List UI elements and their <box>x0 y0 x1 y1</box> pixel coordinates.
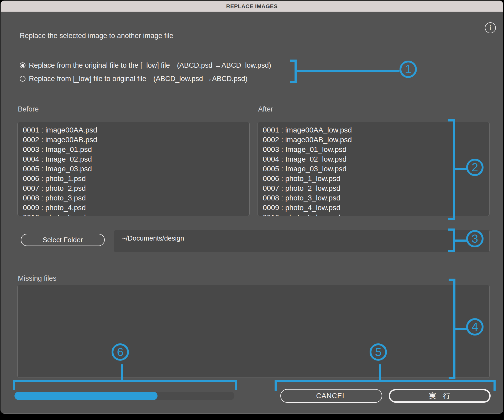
list-item[interactable]: 0003 : Image_01.psd <box>18 145 249 154</box>
list-item[interactable]: 0008 : photo_3.psd <box>18 193 249 203</box>
select-folder-button[interactable]: Select Folder <box>21 234 105 246</box>
radio-option-example: (ABCD.psd →ABCD_low.psd) <box>177 61 271 70</box>
list-item[interactable]: 0002 : image00AB.psd <box>18 135 249 145</box>
title-bar: REPLACE IMAGES <box>1 1 503 12</box>
folder-path-field[interactable]: ~/Documents/design <box>114 230 490 252</box>
radio-option-low-to-original[interactable]: Replace from [_low] file to original fil… <box>20 75 271 83</box>
list-item[interactable]: 0005 : Image_03.psd <box>18 164 249 174</box>
after-file-list[interactable]: 0001 : image00AA_low.psd0002 : image00AB… <box>257 122 490 216</box>
info-icon[interactable]: i <box>485 22 496 33</box>
folder-path-value: ~/Documents/design <box>122 234 184 242</box>
list-item[interactable]: 0010 : photo_5.psd <box>18 212 249 216</box>
progress-bar <box>14 392 234 400</box>
execute-button[interactable]: 実 行 <box>389 389 491 403</box>
missing-files-label: Missing files <box>18 274 56 283</box>
replace-images-dialog: REPLACE IMAGES i Replace the selected im… <box>1 1 503 414</box>
list-item[interactable]: 0007 : photo_2.psd <box>18 183 249 193</box>
radio-option-label: Replace from [_low] file to original fil… <box>29 75 146 83</box>
radio-option-label: Replace from the original file to the [_… <box>29 61 170 70</box>
list-item[interactable]: 0004 : Image_02_low.psd <box>258 154 489 164</box>
radio-button-icon[interactable] <box>20 62 25 68</box>
list-item[interactable]: 0003 : Image_01_low.psd <box>258 145 489 154</box>
cancel-button[interactable]: CANCEL <box>280 389 382 403</box>
before-label: Before <box>18 105 39 113</box>
dialog-title: REPLACE IMAGES <box>226 3 277 9</box>
list-item[interactable]: 0005 : Image_03_low.psd <box>258 164 489 174</box>
radio-option-example: (ABCD_low.psd →ABCD.psd) <box>153 75 248 83</box>
before-file-list[interactable]: 0001 : image00AA.psd0002 : image00AB.psd… <box>17 122 250 216</box>
progress-fill <box>14 392 158 400</box>
after-label: After <box>258 105 273 113</box>
list-item[interactable]: 0009 : photo_4.psd <box>18 203 249 212</box>
missing-files-list[interactable] <box>17 285 490 378</box>
radio-group: Replace from the original file to the [_… <box>20 61 271 88</box>
list-item[interactable]: 0004 : Image_02.psd <box>18 154 249 164</box>
list-item[interactable]: 0007 : photo_2_low.psd <box>258 183 489 193</box>
list-item[interactable]: 0009 : photo_4_low.psd <box>258 203 489 212</box>
list-item[interactable]: 0008 : photo_3_low.psd <box>258 193 489 203</box>
list-item[interactable]: 0010 : photo_5_low.psd <box>258 212 489 216</box>
radio-option-original-to-low[interactable]: Replace from the original file to the [_… <box>20 61 271 70</box>
list-item[interactable]: 0001 : image00AA.psd <box>18 125 249 135</box>
list-item[interactable]: 0002 : image00AB_low.psd <box>258 135 489 145</box>
list-item[interactable]: 0006 : photo_1.psd <box>18 174 249 183</box>
dialog-description: Replace the selected image to another im… <box>20 32 173 40</box>
list-item[interactable]: 0001 : image00AA_low.psd <box>258 125 489 135</box>
radio-button-icon[interactable] <box>20 76 25 82</box>
list-item[interactable]: 0006 : photo_1_low.psd <box>258 174 489 183</box>
